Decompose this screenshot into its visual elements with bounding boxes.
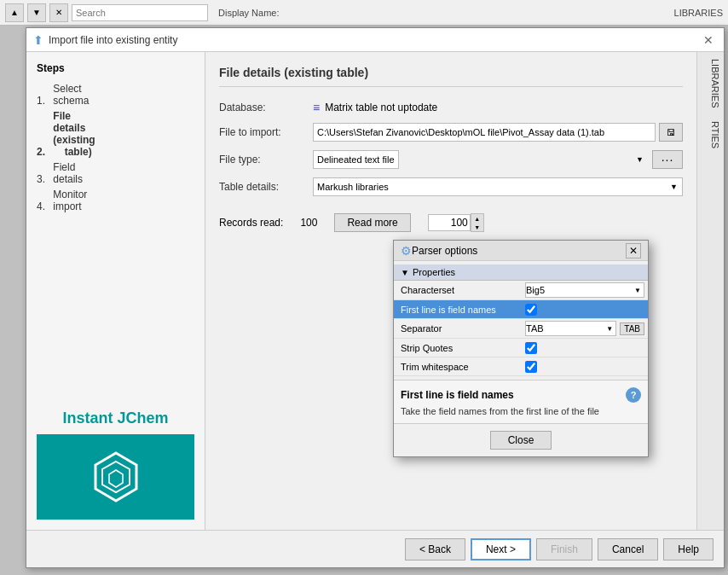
- cancel-button[interactable]: Cancel: [598, 538, 658, 560]
- collapse-icon[interactable]: ▼: [401, 268, 409, 277]
- desc-title: First line is field names: [401, 389, 514, 401]
- right-panel: LIBRARIES RTIES: [696, 52, 724, 530]
- toolbar: ▲ ▼ ✕ Display Name: LIBRARIES: [0, 0, 728, 26]
- right-panel-libraries[interactable]: LIBRARIES: [697, 52, 724, 114]
- wizard-body: Steps 1. Select schema 2. File details (…: [26, 52, 724, 530]
- wizard-window: ⬆ Import file into existing entity ✕ Ste…: [26, 27, 725, 568]
- strip-quotes-value: [522, 340, 648, 356]
- wizard-content: File details (existing table) Database: …: [205, 52, 696, 530]
- separator-select-wrapper: TAB COMMA SEMICOLON: [525, 321, 616, 336]
- dialog-close-btn[interactable]: Close: [490, 431, 552, 450]
- wizard-titlebar: ⬆ Import file into existing entity ✕: [26, 28, 724, 52]
- help-icon[interactable]: ?: [626, 387, 641, 403]
- properties-section: ▼ Properties Characterset Big5 UTF-8: [394, 261, 648, 380]
- display-name-label: Display Name:: [218, 8, 280, 18]
- close-toolbar-btn[interactable]: ✕: [49, 3, 68, 22]
- back-button[interactable]: < Back: [405, 538, 465, 560]
- wizard-title-text: Import file into existing entity: [49, 34, 700, 46]
- dialog-overlay: ⚙ Parser options ✕ ▼ Properties Characte…: [205, 52, 696, 530]
- strip-quotes-checkbox[interactable]: [525, 342, 537, 354]
- first-line-field-names-row: First line is field names: [394, 300, 648, 319]
- first-line-checkbox[interactable]: [525, 304, 537, 316]
- characterset-label: Characterset: [394, 283, 522, 297]
- separator-label: Separator: [394, 322, 522, 335]
- step-1: 1. Select schema: [37, 83, 194, 107]
- steps-list: 1. Select schema 2. File details (existi…: [37, 83, 194, 216]
- brand-logo: [37, 434, 194, 520]
- wizard-sidebar: Steps 1. Select schema 2. File details (…: [26, 52, 205, 530]
- trim-whitespace-row: Trim whitespace: [394, 357, 648, 376]
- wizard-close-button[interactable]: ✕: [700, 32, 717, 49]
- characterset-select-wrapper: Big5 UTF-8 ISO-8859-1: [525, 282, 644, 298]
- characterset-row: Characterset Big5 UTF-8 ISO-8859-1: [394, 281, 648, 300]
- finish-button: Finish: [536, 538, 592, 560]
- characterset-value: Big5 UTF-8 ISO-8859-1: [522, 281, 648, 299]
- dialog-title-text: Parser options: [412, 245, 626, 257]
- desc-text: Take the field names from the first line…: [401, 406, 641, 416]
- sort-asc-btn[interactable]: ▲: [5, 3, 24, 22]
- parser-options-dialog: ⚙ Parser options ✕ ▼ Properties Characte…: [393, 240, 649, 457]
- desc-header: First line is field names ?: [401, 387, 641, 403]
- trim-whitespace-value: [522, 359, 648, 375]
- trim-whitespace-checkbox[interactable]: [525, 361, 537, 373]
- dialog-footer: Close: [394, 423, 648, 456]
- separator-select[interactable]: TAB COMMA SEMICOLON: [525, 321, 616, 336]
- sort-desc-btn[interactable]: ▼: [27, 3, 46, 22]
- search-input[interactable]: [72, 4, 208, 21]
- step-2: 2. File details (existing table): [37, 110, 194, 158]
- right-panel-properties[interactable]: RTIES: [697, 114, 724, 155]
- first-line-value: [522, 302, 648, 317]
- markush-libraries-label: LIBRARIES: [674, 8, 723, 18]
- dialog-close-button[interactable]: ✕: [626, 243, 641, 258]
- properties-header-text: Properties: [413, 267, 455, 277]
- dialog-title-icon: ⚙: [401, 244, 412, 258]
- separator-row: Separator TAB COMMA SEMICOLON TAB: [394, 319, 648, 339]
- brand-text: Instant JChem: [37, 403, 194, 434]
- properties-header: ▼ Properties: [394, 264, 648, 281]
- trim-whitespace-label: Trim whitespace: [394, 360, 522, 374]
- svg-marker-2: [109, 470, 123, 487]
- wizard-title-icon: ⬆: [33, 33, 43, 47]
- separator-value: TAB COMMA SEMICOLON TAB: [522, 319, 648, 338]
- strip-quotes-row: Strip Quotes: [394, 339, 648, 357]
- first-line-label: First line is field names: [394, 303, 522, 317]
- tab-badge: TAB: [620, 322, 644, 335]
- brand-hexagon-icon: [90, 451, 142, 502]
- next-button[interactable]: Next >: [471, 538, 531, 560]
- description-section: First line is field names ? Take the fie…: [394, 380, 648, 423]
- strip-quotes-label: Strip Quotes: [394, 341, 522, 355]
- brand-section: Instant JChem: [37, 403, 194, 520]
- characterset-select[interactable]: Big5 UTF-8 ISO-8859-1: [525, 282, 644, 298]
- step-3: 3. Field details: [37, 161, 194, 185]
- steps-title: Steps: [37, 62, 194, 74]
- help-button[interactable]: Help: [663, 538, 714, 560]
- dialog-titlebar: ⚙ Parser options ✕: [394, 241, 648, 261]
- step-4: 4. Monitor import: [37, 189, 194, 212]
- wizard-footer: < Back Next > Finish Cancel Help: [26, 530, 724, 567]
